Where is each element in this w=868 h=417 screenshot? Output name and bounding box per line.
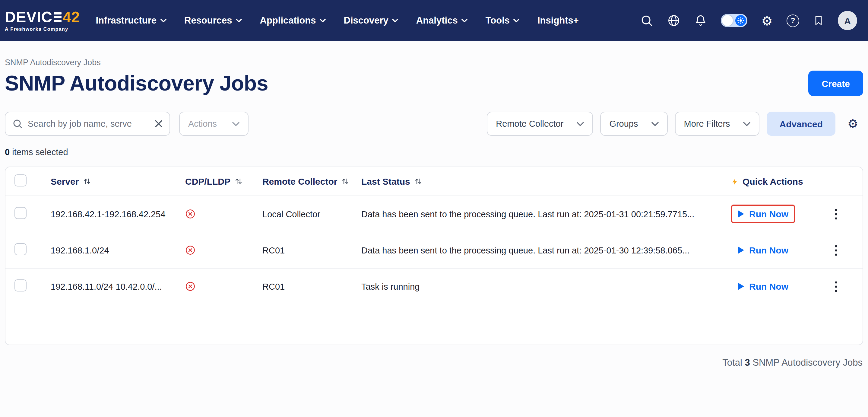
total-suffix: SNMP Autodiscovery Jobs — [750, 357, 863, 367]
filter-right-group: Remote Collector Groups More Filters Adv… — [487, 112, 863, 136]
nav-item-analytics[interactable]: Analytics — [416, 15, 467, 26]
circle-x-disabled-icon — [185, 281, 195, 292]
remote-collector-cell: RC01 — [262, 281, 361, 291]
row-select-cell — [14, 207, 51, 221]
chevron-down-icon — [392, 19, 398, 22]
cdp-lldp-cell — [185, 245, 262, 255]
more-filters-dropdown-label: More Filters — [684, 119, 730, 128]
row-select-cell — [14, 279, 51, 293]
kebab-menu-icon[interactable] — [828, 206, 844, 222]
more-filters-dropdown[interactable]: More Filters — [675, 112, 760, 136]
play-icon — [738, 246, 744, 254]
table-row: 192.168.11.0/24 10.42.0.0/... RC01 Task … — [5, 268, 863, 304]
selection-count: 0 — [5, 147, 10, 157]
lightning-bolt-icon — [731, 177, 739, 186]
nav-item-insights-plus[interactable]: Insights+ — [537, 15, 579, 26]
nav-item-tools[interactable]: Tools — [486, 15, 519, 26]
column-header-server[interactable]: Server — [51, 176, 185, 186]
help-icon[interactable]: ? — [786, 14, 799, 27]
select-all-checkbox[interactable] — [14, 174, 27, 186]
row-menu-cell — [828, 242, 855, 259]
actions-dropdown[interactable]: Actions — [179, 112, 249, 136]
remote-collector-dropdown[interactable]: Remote Collector — [487, 112, 593, 136]
column-header-remote-collector[interactable]: Remote Collector — [262, 176, 361, 186]
column-header-label: Last Status — [361, 176, 410, 186]
remote-collector-cell: RC01 — [262, 245, 361, 255]
advanced-button[interactable]: Advanced — [767, 112, 835, 136]
row-menu-cell — [828, 278, 855, 295]
groups-dropdown[interactable]: Groups — [600, 112, 668, 136]
sort-icon[interactable] — [414, 177, 422, 185]
nav-item-label: Discovery — [344, 15, 389, 26]
nav-item-applications[interactable]: Applications — [260, 15, 326, 26]
search-icon[interactable] — [640, 14, 653, 27]
remote-collector-cell: Local Collector — [262, 209, 361, 219]
quick-actions-cell: Run Now — [731, 277, 828, 296]
search-input[interactable] — [28, 119, 150, 128]
user-avatar[interactable]: A — [838, 11, 857, 30]
run-now-button[interactable]: Run Now — [731, 241, 795, 260]
globe-icon[interactable] — [667, 14, 680, 27]
chevron-down-icon — [461, 19, 467, 22]
run-now-button[interactable]: Run Now — [731, 277, 795, 296]
nav-item-infrastructure[interactable]: Infrastructure — [96, 15, 166, 26]
nav-item-label: Tools — [486, 15, 510, 26]
nav-item-resources[interactable]: Resources — [184, 15, 242, 26]
column-header-quick-actions: Quick Actions — [731, 176, 828, 186]
nav-item-label: Applications — [260, 15, 316, 26]
table-row: 192.168.42.1-192.168.42.254 Local Collec… — [5, 196, 863, 232]
column-header-last-status[interactable]: Last Status — [361, 176, 731, 186]
total-label: Total — [722, 357, 742, 367]
nav-item-discovery[interactable]: Discovery — [344, 15, 398, 26]
kebab-menu-icon[interactable] — [828, 278, 844, 295]
quick-actions-cell: Run Now — [731, 205, 828, 223]
server-cell: 192.168.1.0/24 — [51, 245, 185, 255]
theme-toggle[interactable] — [721, 14, 747, 27]
device42-logo[interactable]: DEVIC 42 A Freshworks Company — [5, 9, 80, 32]
total-count-line: Total 3 SNMP Autodiscovery Jobs — [5, 357, 863, 368]
question-mark-icon: ? — [786, 14, 799, 27]
logo-left-text: DEVIC — [5, 9, 53, 25]
run-now-label: Run Now — [749, 281, 788, 292]
logo-e-icon — [54, 12, 62, 22]
quick-actions-cell: Run Now — [731, 241, 828, 260]
sort-icon[interactable] — [83, 177, 91, 185]
page-title: SNMP Autodiscovery Jobs — [5, 71, 268, 95]
column-header-label: Server — [51, 176, 79, 186]
sort-icon[interactable] — [341, 177, 349, 185]
bookmark-icon[interactable] — [813, 14, 824, 27]
row-checkbox[interactable] — [14, 243, 27, 255]
actions-dropdown-label: Actions — [188, 119, 217, 128]
kebab-menu-icon[interactable] — [828, 242, 844, 259]
create-button[interactable]: Create — [809, 70, 863, 96]
total-count: 3 — [745, 357, 750, 367]
row-checkbox[interactable] — [14, 279, 27, 292]
last-status-cell: Data has been sent to the processing que… — [361, 245, 731, 255]
clear-search-icon[interactable] — [154, 119, 163, 128]
notifications-bell-icon[interactable] — [694, 14, 707, 27]
top-navigation-bar: DEVIC 42 A Freshworks Company Infrastruc… — [0, 0, 868, 41]
server-cell: 192.168.42.1-192.168.42.254 — [51, 209, 185, 219]
column-header-label: CDP/LLDP — [185, 176, 230, 186]
run-now-button[interactable]: Run Now — [731, 205, 795, 223]
breadcrumb[interactable]: SNMP Autodiscovery Jobs — [5, 58, 863, 67]
sort-icon[interactable] — [235, 177, 243, 185]
play-icon — [738, 210, 744, 218]
row-checkbox[interactable] — [14, 207, 27, 219]
last-status-cell: Data has been sent to the processing que… — [361, 209, 731, 219]
row-select-cell — [14, 243, 51, 257]
main-menu: Infrastructure Resources Applications Di… — [96, 15, 579, 26]
column-header-label: Quick Actions — [743, 176, 803, 186]
table-header-row: Server CDP/LLDP Remote Collector Last St… — [5, 167, 863, 196]
logo-42-text: 42 — [63, 9, 80, 25]
table-settings-button[interactable]: ⚙ — [843, 112, 863, 136]
play-icon — [738, 282, 744, 290]
page-content: SNMP Autodiscovery Jobs SNMP Autodiscove… — [0, 58, 868, 368]
chevron-down-icon — [513, 19, 519, 22]
groups-dropdown-label: Groups — [609, 119, 638, 128]
selection-status: 0 items selected — [5, 147, 863, 157]
chevron-down-icon — [236, 19, 242, 22]
settings-gear-icon[interactable]: ⚙ — [761, 14, 773, 27]
chevron-down-icon — [232, 122, 240, 126]
column-header-cdp-lldp[interactable]: CDP/LLDP — [185, 176, 262, 186]
